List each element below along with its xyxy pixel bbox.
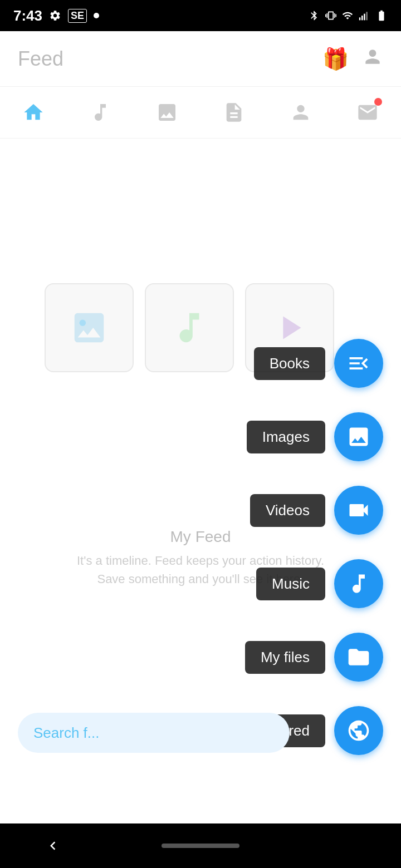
svg-rect-0 <box>359 17 361 20</box>
tab-mail[interactable] <box>351 96 384 129</box>
profile-icon[interactable] <box>362 46 383 72</box>
tab-docs[interactable] <box>217 96 251 129</box>
se-icon: SE <box>68 9 87 23</box>
status-time: 7:43 <box>13 7 42 24</box>
fab-item-books[interactable]: Books <box>254 339 383 388</box>
status-left: 7:43 SE <box>13 7 99 24</box>
fab-item-music[interactable]: Music <box>256 559 383 608</box>
fab-label-books: Books <box>254 347 325 380</box>
home-indicator <box>162 844 239 848</box>
svg-point-4 <box>80 319 86 326</box>
fab-menu: Books Images Videos Music <box>222 339 383 755</box>
image-thumb <box>45 283 134 372</box>
fab-label-videos: Videos <box>250 494 325 527</box>
svg-rect-3 <box>366 12 368 20</box>
fab-btn-books[interactable] <box>334 339 383 388</box>
gear-icon <box>49 9 61 22</box>
fab-btn-videos[interactable] <box>334 486 383 535</box>
fab-item-myfiles[interactable]: My files <box>245 633 383 682</box>
app-bar: Feed 🎁 <box>0 31 401 87</box>
svg-rect-1 <box>361 16 363 20</box>
wifi-icon <box>342 10 353 21</box>
vibrate-icon <box>325 10 336 21</box>
status-right <box>309 9 388 22</box>
signal-icon <box>359 10 370 21</box>
svg-point-5 <box>354 432 357 435</box>
fab-btn-myfiles[interactable] <box>334 633 383 682</box>
tab-images[interactable] <box>150 96 184 129</box>
fab-label-music: Music <box>256 568 325 600</box>
mail-badge <box>374 98 382 106</box>
search-bar[interactable]: Search f... <box>18 713 290 753</box>
fab-btn-images[interactable] <box>334 412 383 461</box>
tab-contacts[interactable] <box>284 96 317 129</box>
tab-home[interactable] <box>17 96 50 129</box>
status-bar: 7:43 SE <box>0 0 401 31</box>
app-title: Feed <box>18 47 63 71</box>
fab-item-images[interactable]: Images <box>247 412 383 461</box>
main-content: My Feed It's a timeline. Feed keeps your… <box>0 139 401 806</box>
battery-icon <box>375 9 388 22</box>
music-thumb <box>145 283 234 372</box>
tab-music[interactable] <box>84 96 117 129</box>
svg-rect-2 <box>364 14 365 21</box>
dot-indicator <box>94 13 99 18</box>
fab-label-myfiles: My files <box>245 641 325 674</box>
fab-item-videos[interactable]: Videos <box>250 486 383 535</box>
back-button[interactable] <box>45 837 61 854</box>
fab-btn-all4shared[interactable] <box>334 706 383 755</box>
bluetooth-icon <box>309 10 320 21</box>
fab-btn-music[interactable] <box>334 559 383 608</box>
gift-icon[interactable]: 🎁 <box>322 47 349 71</box>
fab-label-images: Images <box>247 421 325 453</box>
search-text: Search f... <box>33 724 100 742</box>
app-bar-icons: 🎁 <box>322 46 383 72</box>
nav-tabs <box>0 87 401 139</box>
bottom-nav <box>0 823 401 868</box>
